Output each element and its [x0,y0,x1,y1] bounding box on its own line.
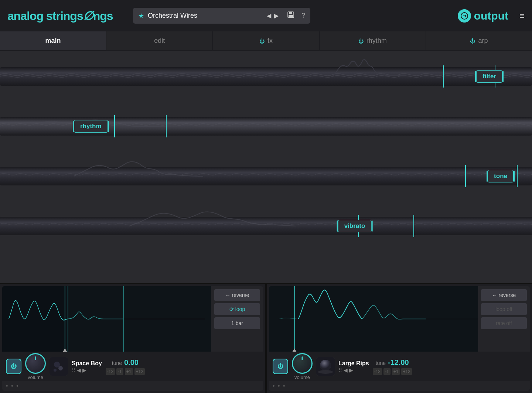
panel-b-power-icon: ⏻ [277,363,283,370]
panel-a-power-icon: ⏻ [11,363,17,370]
panel-a-menu-dots[interactable]: • • • [6,383,19,389]
output-icon [458,9,471,23]
sliders-area: filter rhythm [0,51,532,283]
panel-a-waveform-svg [2,286,211,352]
panel-b-tune-value: -12.00 [388,358,409,367]
tone-rope-row: tone [0,154,532,198]
header-right: output ≡ [458,9,525,23]
logo-text: analog strings [7,9,83,23]
sample-waveform-icon: ⠿ [72,367,75,373]
panel-b-menu-dots[interactable]: • • • [273,383,286,389]
tab-main-label: main [45,37,61,45]
preset-name: Orchestral Wires [148,12,263,20]
svg-rect-17 [2,286,68,352]
panel-a-volume-knob[interactable] [25,353,46,374]
panel-b-waveform-row: ← reverse loop off rate off [269,286,530,352]
vibrato-rope-row: vibrato [0,204,532,248]
panel-b-tune-plus12[interactable]: +12 [401,368,412,375]
panel-a-volume-knob-container: volume [25,353,46,380]
tab-rhythm[interactable]: ⏻ rhythm [320,31,426,50]
panel-a-prev-sample-button[interactable]: ◀ [77,367,81,373]
panel-b-tune-display: tune -12.00 -12 -1 +1 +12 [373,358,412,375]
filter-slider-handle[interactable]: filter [476,70,502,83]
panel-a: ← reverse ⟳ loop 1 bar ⏻ volume [2,286,263,391]
panel-a-bar-button[interactable]: 1 bar [214,317,260,329]
panel-a-sample-info: Space Boy ⠿ ◀ ▶ [72,360,102,373]
panel-b-sample-name: Large Rips [338,360,369,368]
panel-a-tune-row: tune 0.00 [112,358,139,367]
panel-a-tune-minus1[interactable]: -1 [116,368,123,375]
svg-point-23 [54,362,60,368]
panel-separator [265,284,267,393]
filter-rope-row: filter [0,54,532,99]
header: analog strings∅ngs ★ Orchestral Wires ◀ … [0,0,532,31]
tab-rhythm-label: rhythm [366,37,387,45]
panel-b-prev-sample-button[interactable]: ◀ [344,367,348,373]
svg-rect-1 [289,12,292,14]
panel-a-tune-label: tune [112,360,122,366]
panel-b-tune-minus12[interactable]: -12 [373,368,382,375]
panel-b-reverse-button[interactable]: ← reverse [481,289,527,301]
svg-point-31 [320,360,331,371]
output-logo: output [458,9,508,23]
rhythm-rope-row: rhythm [0,104,532,148]
preset-prev-button[interactable]: ◀ [267,12,271,19]
panel-a-power-button[interactable]: ⏻ [6,359,21,374]
svg-rect-10 [0,167,532,185]
panel-b-tune-steps: -12 -1 +1 +12 [373,368,412,375]
rhythm-label: rhythm [80,123,102,130]
filter-rope-svg [0,54,532,99]
panel-b-loop-off-button[interactable]: loop off [481,303,527,315]
panel-b-volume-knob[interactable] [292,353,313,374]
vibrato-slider-handle[interactable]: vibrato [338,220,372,232]
panel-b-footer: • • • [269,381,530,391]
panel-b-tune-minus1[interactable]: -1 [383,368,391,375]
arp-power-icon: ⏻ [470,38,475,44]
tab-main[interactable]: main [0,31,106,50]
panel-b-waveform[interactable] [269,286,478,352]
panel-b-sample-thumb [316,357,335,376]
panel-a-reverse-button[interactable]: ← reverse [214,289,260,301]
panel-b-waveform-icon: ⠿ [338,367,342,373]
panel-a-bottom-strip: ⏻ volume Space Boy ⠿ ◀ [2,352,263,381]
panel-a-loop-button[interactable]: ⟳ loop [214,303,260,315]
favorite-icon[interactable]: ★ [138,12,144,20]
tab-fx-label: fx [267,37,273,45]
panel-a-waveform[interactable] [2,286,211,352]
menu-button[interactable]: ≡ [519,11,525,21]
panel-b-next-sample-button[interactable]: ▶ [349,367,353,373]
preset-nav: ◀ ▶ [267,12,279,19]
tab-fx[interactable]: ⏻ fx [213,31,319,50]
panel-b-sample-info: Large Rips ⠿ ◀ ▶ [338,360,369,373]
panel-a-tune-minus12[interactable]: -12 [106,368,115,375]
rhythm-slider-handle[interactable]: rhythm [74,120,108,133]
svg-point-32 [318,370,333,374]
panel-a-tune-value: 0.00 [124,358,139,367]
fx-power-icon: ⏻ [259,38,265,44]
save-button[interactable] [287,11,295,21]
svg-rect-2 [289,15,293,18]
panel-b-volume-label: volume [294,375,310,380]
tab-arp[interactable]: ⏻ arp [426,31,532,50]
svg-point-25 [54,369,57,372]
panel-a-waveform-row: ← reverse ⟳ loop 1 bar [2,286,263,352]
bottom-panels: ← reverse ⟳ loop 1 bar ⏻ volume [0,283,532,393]
panel-b-power-button[interactable]: ⏻ [273,359,288,374]
panel-b-tune-row: tune -12.00 [376,358,409,367]
rhythm-power-icon: ⏻ [358,38,364,44]
preset-next-button[interactable]: ▶ [274,12,279,19]
panel-a-next-sample-button[interactable]: ▶ [82,367,86,373]
panel-b-rate-off-button[interactable]: rate off [481,317,527,329]
panel-a-tune-plus12[interactable]: +12 [134,368,145,375]
tone-slider-handle[interactable]: tone [488,170,514,182]
panel-b-volume-knob-container: volume [292,353,313,380]
panel-a-sample-name: Space Boy [72,360,102,368]
tab-edit[interactable]: edit [106,31,213,50]
tone-label: tone [494,172,507,180]
panel-a-controls: ← reverse ⟳ loop 1 bar [211,286,263,352]
panel-a-tune-plus1[interactable]: +1 [125,368,133,375]
panel-b-waveform-svg [269,286,478,352]
panel-a-footer: • • • [2,381,263,391]
help-button[interactable]: ? [301,12,305,20]
panel-b-tune-plus1[interactable]: +1 [392,368,400,375]
